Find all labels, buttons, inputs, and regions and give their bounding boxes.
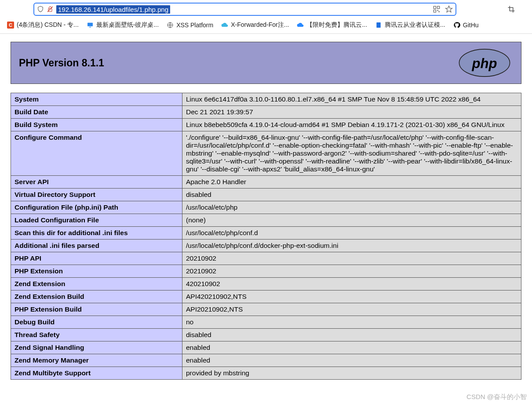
table-row: PHP Extension20210902 [11, 265, 521, 278]
table-row: Server APIApache 2.0 Handler [11, 176, 521, 189]
address-bar: 192.168.26.141/uploadfiles/1.php.png [0, 0, 532, 18]
config-value: Dec 21 2021 19:39:57 [182, 106, 521, 119]
config-value: (none) [182, 214, 521, 227]
config-key: System [11, 93, 182, 106]
insecure-lock-icon[interactable] [47, 6, 54, 13]
csdn-icon: C [7, 22, 14, 29]
bookmark-wallpaper[interactable]: 最新桌面壁纸-彼岸桌... [84, 20, 161, 30]
config-key: Virtual Directory Support [11, 189, 182, 201]
config-key: Server API [11, 176, 182, 189]
table-row: Zend Extension BuildAPI420210902,NTS [11, 290, 521, 303]
config-key: Additional .ini files parsed [11, 240, 182, 252]
config-value: disabled [182, 189, 521, 201]
config-value: disabled [182, 329, 521, 341]
config-key: Thread Safety [11, 329, 182, 341]
table-row: PHP Extension BuildAPI20210902,NTS [11, 303, 521, 316]
table-row: SystemLinux 6e6c1417df0a 3.10.0-1160.80.… [11, 93, 521, 106]
config-key: PHP API [11, 252, 182, 265]
config-key: Zend Signal Handling [11, 341, 182, 354]
bookmark-tencent-cert[interactable]: 腾讯云从业者认证模... [372, 20, 448, 30]
svg-rect-3 [437, 6, 440, 8]
bookmarks-bar: C (4条消息) CSDN - 专... 最新桌面壁纸-彼岸桌... XSS P… [0, 18, 532, 34]
qr-icon[interactable] [433, 5, 441, 13]
config-key: Zend Extension [11, 278, 182, 290]
svg-rect-2 [434, 6, 436, 8]
bookmark-star-icon[interactable] [445, 5, 453, 13]
config-value: /usr/local/etc/php/conf.d/docker-php-ext… [182, 240, 521, 252]
config-value: './configure' '--build=x86_64-linux-gnu'… [182, 131, 521, 176]
bookmark-label: X-Forwarded-For注... [231, 21, 289, 29]
svg-rect-5 [437, 10, 438, 11]
svg-text:php: php [471, 56, 497, 71]
table-row: Configuration File (php.ini) Path/usr/lo… [11, 201, 521, 214]
config-key: Zend Memory Manager [11, 354, 182, 367]
config-value: API20210902,NTS [182, 303, 521, 316]
config-value: /usr/local/etc/php/conf.d [182, 227, 521, 240]
github-icon [453, 22, 460, 29]
table-row: Zend Signal Handlingenabled [11, 341, 521, 354]
table-row: Configure Command'./configure' '--build=… [11, 131, 521, 176]
svg-rect-6 [439, 11, 440, 12]
bookmark-label: XSS Platform [176, 22, 213, 29]
config-key: PHP Extension Build [11, 303, 182, 316]
svg-rect-8 [87, 23, 93, 26]
table-row: PHP API20210902 [11, 252, 521, 265]
table-row: Debug Buildno [11, 316, 521, 329]
config-value: /usr/local/etc/php [182, 201, 521, 214]
svg-marker-7 [446, 6, 452, 12]
bookmark-xss[interactable]: XSS Platform [164, 21, 216, 29]
config-value: API420210902,NTS [182, 290, 521, 303]
cloud-icon [221, 22, 228, 29]
config-value: Linux 6e6c1417df0a 3.10.0-1160.80.1.el7.… [182, 93, 521, 106]
config-key: Debug Build [11, 316, 182, 329]
crop-icon[interactable] [507, 5, 515, 13]
cloud-icon [297, 22, 304, 29]
svg-rect-4 [434, 10, 436, 12]
config-key: Zend Multibyte Support [11, 367, 182, 380]
bookmark-xff[interactable]: X-Forwarded-For注... [219, 20, 292, 30]
bookmark-tencent-free[interactable]: 【限时免费】腾讯云... [294, 20, 370, 30]
bookmark-label: 最新桌面壁纸-彼岸桌... [96, 21, 159, 29]
url-text[interactable]: 192.168.26.141/uploadfiles/1.php.png [56, 5, 170, 14]
table-row: Virtual Directory Supportdisabled [11, 189, 521, 201]
config-key: PHP Extension [11, 265, 182, 278]
phpinfo-page: PHP Version 8.1.1 php SystemLinux 6e6c14… [0, 34, 532, 380]
table-row: Zend Multibyte Supportprovided by mbstri… [11, 367, 521, 380]
doc-icon [375, 22, 382, 29]
config-key: Scan this dir for additional .ini files [11, 227, 182, 240]
config-value: Apache 2.0 Handler [182, 176, 521, 189]
bookmark-github[interactable]: GitHu [451, 21, 481, 29]
table-row: Build SystemLinux b8ebeb509cfa 4.19.0-14… [11, 119, 521, 131]
config-value: 20210902 [182, 252, 521, 265]
config-key: Loaded Configuration File [11, 214, 182, 227]
php-version-title: PHP Version 8.1.1 [19, 57, 104, 69]
table-row: Additional .ini files parsed/usr/local/e… [11, 240, 521, 252]
table-row: Thread Safetydisabled [11, 329, 521, 341]
config-key: Build System [11, 119, 182, 131]
php-logo-icon: php [456, 47, 513, 78]
config-value: enabled [182, 354, 521, 367]
svg-rect-9 [89, 27, 91, 27]
globe-icon [167, 22, 174, 29]
bookmark-label: 腾讯云从业者认证模... [385, 21, 445, 29]
table-row: Zend Extension420210902 [11, 278, 521, 290]
table-row: Scan this dir for additional .ini files/… [11, 227, 521, 240]
config-value: provided by mbstring [182, 367, 521, 380]
bookmark-label: GitHu [463, 22, 479, 29]
config-key: Configure Command [11, 131, 182, 176]
svg-rect-11 [376, 22, 380, 28]
table-row: Loaded Configuration File(none) [11, 214, 521, 227]
tracking-shield-icon[interactable] [37, 6, 44, 13]
config-value: 420210902 [182, 278, 521, 290]
bookmark-csdn[interactable]: C (4条消息) CSDN - 专... [4, 20, 81, 30]
monitor-icon [87, 22, 94, 29]
bookmark-label: 【限时免费】腾讯云... [306, 21, 367, 29]
php-version-header: PHP Version 8.1.1 php [11, 42, 521, 84]
bookmark-label: (4条消息) CSDN - 专... [17, 21, 79, 29]
config-value: 20210902 [182, 265, 521, 278]
table-row: Zend Memory Managerenabled [11, 354, 521, 367]
table-row: Build DateDec 21 2021 19:39:57 [11, 106, 521, 119]
url-field[interactable]: 192.168.26.141/uploadfiles/1.php.png [33, 3, 456, 16]
phpinfo-table: SystemLinux 6e6c1417df0a 3.10.0-1160.80.… [11, 93, 521, 380]
config-key: Build Date [11, 106, 182, 119]
